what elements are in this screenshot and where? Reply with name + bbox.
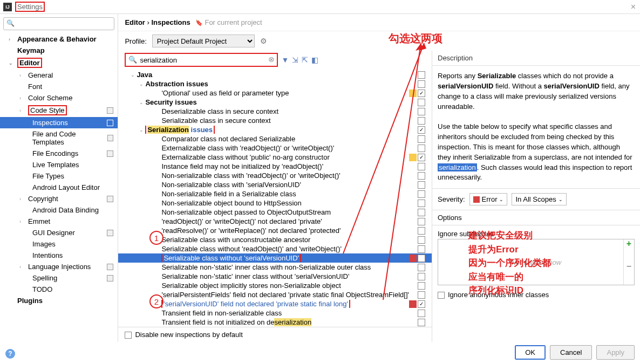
inspection-row[interactable]: Externalizable class with 'readObject()'… — [118, 143, 432, 153]
ignore-anon-row[interactable]: Ignore anonymous inner classes — [438, 291, 635, 299]
close-icon[interactable]: × — [631, 2, 636, 12]
search-icon: 🔍 — [6, 19, 15, 27]
inspection-tree[interactable]: ⌄Java⌄Abstraction issues'Optional' used … — [118, 69, 432, 327]
tree-item[interactable]: Live Templates — [0, 159, 118, 170]
inspection-row[interactable]: Instance field may not be initialized by… — [118, 162, 432, 171]
inspection-row[interactable]: Non-serializable field in a Serializable… — [118, 189, 432, 198]
disable-new-row[interactable]: Disable new inspections by default — [118, 327, 432, 342]
inspection-row[interactable]: ⌄Security issues — [118, 98, 432, 107]
inspection-row[interactable]: Serializable class without 'readObject()… — [118, 244, 432, 253]
tree-item[interactable]: ⌄Editor — [0, 56, 118, 70]
inspection-row[interactable]: Non-serializable class with 'readObject(… — [118, 171, 432, 180]
ignore-subclasses-label: Ignore subclasses — [438, 230, 635, 238]
tree-item[interactable]: Android Layout Editor — [0, 182, 118, 193]
expand-icon[interactable]: ⇲ — [292, 56, 298, 64]
tree-item[interactable]: ›Appearance & Behavior — [0, 33, 118, 45]
tree-item[interactable]: ›Code Style — [0, 104, 118, 117]
tree-item[interactable]: File Encodings — [0, 148, 118, 159]
app-icon: IJ — [3, 3, 12, 11]
settings-search-input[interactable] — [3, 17, 114, 30]
tree-item[interactable]: ›Language Injections — [0, 261, 118, 272]
ignore-list[interactable]: Nothing to show +− — [438, 239, 635, 285]
search-icon: 🔍 — [128, 56, 137, 64]
gear-icon[interactable]: ⚙ — [260, 37, 267, 45]
severity-label: Severity: — [438, 195, 465, 203]
inspection-search-input[interactable] — [125, 53, 278, 67]
profile-label: Profile: — [125, 37, 146, 45]
scope-select[interactable]: In All Scopes ⌄ — [512, 193, 566, 205]
inspection-row[interactable]: Deserializable class in secure context — [118, 107, 432, 116]
add-icon[interactable]: + — [624, 239, 634, 262]
inspection-row[interactable]: Transient field in non-serializable clas… — [118, 308, 432, 318]
inspection-row[interactable]: 'serialVersionUID' field not declared 'p… — [118, 299, 432, 308]
tree-item[interactable]: Inspections — [0, 117, 118, 128]
profile-select[interactable]: Project Default Project — [152, 35, 255, 47]
tree-item[interactable]: Images — [0, 238, 118, 250]
settings-tree[interactable]: ›Appearance & BehaviorKeymap⌄Editor›Gene… — [0, 33, 118, 342]
tree-item[interactable]: TODO — [0, 284, 118, 295]
tree-item[interactable]: ›Emmet — [0, 216, 118, 227]
cancel-button[interactable]: Cancel — [550, 345, 592, 360]
inspection-row[interactable]: Externalizable class without 'public' no… — [118, 153, 432, 162]
inspection-row[interactable]: Serializable class in secure context — [118, 116, 432, 125]
tree-item[interactable]: Spelling — [0, 272, 118, 284]
inspection-row[interactable]: Non-serializable class with 'serialVersi… — [118, 180, 432, 189]
collapse-icon[interactable]: ⇱ — [302, 56, 308, 64]
tree-item[interactable]: Intentions — [0, 250, 118, 261]
inspection-row[interactable]: ⌄Abstraction issues — [118, 79, 432, 88]
tree-item[interactable]: Android Data Binding — [0, 204, 118, 216]
help-icon[interactable]: ? — [5, 349, 15, 359]
tree-item[interactable]: GUI Designer — [0, 227, 118, 238]
inspection-row[interactable]: Serializable non-'static' inner class wi… — [118, 263, 432, 272]
inspection-row[interactable]: Transient field is not initialized on de… — [118, 318, 432, 327]
inspection-row[interactable]: 'serialPersistentFields' field not decla… — [118, 290, 432, 299]
remove-icon[interactable]: − — [624, 262, 634, 285]
severity-select[interactable]: Error ⌄ — [469, 193, 508, 205]
tree-item[interactable]: Keymap — [0, 45, 118, 56]
tree-item[interactable]: ›General — [0, 70, 118, 81]
tree-item[interactable]: ›Copyright — [0, 193, 118, 204]
inspection-row[interactable]: Non-serializable object bound to HttpSes… — [118, 198, 432, 208]
breadcrumb: Editor › Inspections 🔖 For current proje… — [118, 14, 640, 31]
tree-item[interactable]: Plugins — [0, 295, 118, 306]
options-header: Options — [432, 210, 640, 225]
inspection-row[interactable]: ⌄Serialization issues — [118, 125, 432, 134]
tree-item[interactable]: ›Color Scheme — [0, 92, 118, 104]
inspection-row[interactable]: Serializable non-'static' inner class wi… — [118, 272, 432, 281]
reset-icon[interactable]: ◧ — [311, 56, 318, 64]
inspection-row[interactable]: 'readResolve()' or 'writeReplace()' not … — [118, 226, 432, 235]
filter-icon[interactable]: ▼ — [281, 56, 289, 64]
inspection-row[interactable]: Serializable object implicitly stores no… — [118, 281, 432, 290]
inspection-row[interactable]: 'Optional' used as field or parameter ty… — [118, 88, 432, 98]
description-header: Description — [432, 51, 640, 66]
tree-item[interactable]: Font — [0, 81, 118, 92]
inspection-row[interactable]: Serializable class with unconstructable … — [118, 235, 432, 244]
tree-item[interactable]: File and Code Templates — [0, 128, 118, 148]
inspection-row[interactable]: Comparator class not declared Serializab… — [118, 134, 432, 143]
apply-button[interactable]: Apply — [596, 345, 635, 360]
clear-icon[interactable]: ⊗ — [268, 55, 275, 64]
ok-button[interactable]: OK — [515, 345, 546, 360]
inspection-row[interactable]: Non-serializable object passed to Object… — [118, 208, 432, 217]
window-title: Settings — [15, 2, 45, 12]
inspection-row[interactable]: Serializable class without 'serialVersio… — [118, 253, 432, 263]
description-body: Reports any Serializable classes which d… — [432, 66, 640, 189]
tree-item[interactable]: File Types — [0, 170, 118, 182]
inspection-row[interactable]: 'readObject()' or 'writeObject()' not de… — [118, 217, 432, 226]
inspection-row[interactable]: ⌄Java — [118, 70, 432, 79]
